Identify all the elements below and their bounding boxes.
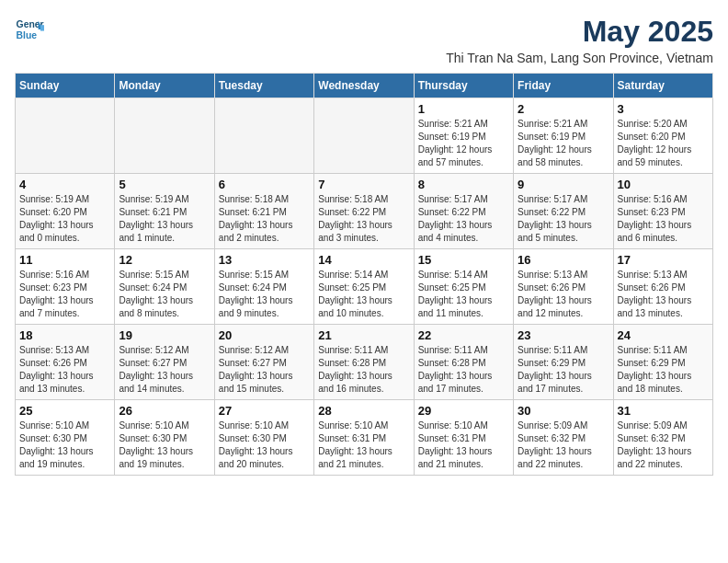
day-number: 12 (119, 253, 210, 267)
day-number: 22 (418, 328, 509, 342)
day-number: 24 (618, 328, 709, 342)
day-number: 10 (618, 178, 709, 191)
day-info: Sunrise: 5:10 AM Sunset: 6:30 PM Dayligh… (219, 419, 310, 471)
calendar-cell: 9Sunrise: 5:17 AM Sunset: 6:22 PM Daylig… (514, 174, 613, 249)
week-row-2: 4Sunrise: 5:19 AM Sunset: 6:20 PM Daylig… (16, 174, 713, 249)
day-info: Sunrise: 5:11 AM Sunset: 6:29 PM Dayligh… (618, 344, 709, 396)
weekday-header-thursday: Thursday (414, 74, 513, 98)
day-number: 5 (119, 178, 210, 191)
weekday-header-friday: Friday (514, 74, 613, 98)
calendar-cell: 16Sunrise: 5:13 AM Sunset: 6:26 PM Dayli… (514, 249, 613, 325)
calendar-cell: 20Sunrise: 5:12 AM Sunset: 6:27 PM Dayli… (214, 325, 313, 400)
day-number: 19 (119, 328, 210, 342)
calendar-cell: 21Sunrise: 5:11 AM Sunset: 6:28 PM Dayli… (314, 325, 414, 400)
day-number: 4 (19, 178, 110, 191)
week-row-1: 1Sunrise: 5:21 AM Sunset: 6:19 PM Daylig… (16, 98, 713, 174)
day-info: Sunrise: 5:14 AM Sunset: 6:25 PM Dayligh… (318, 269, 409, 320)
calendar-cell: 27Sunrise: 5:10 AM Sunset: 6:30 PM Dayli… (214, 400, 313, 476)
svg-text:Blue: Blue (17, 30, 38, 40)
calendar-cell: 15Sunrise: 5:14 AM Sunset: 6:25 PM Dayli… (414, 249, 513, 325)
weekday-header-tuesday: Tuesday (214, 74, 313, 98)
location: Thi Tran Na Sam, Lang Son Province, Viet… (446, 51, 713, 65)
calendar-cell: 12Sunrise: 5:15 AM Sunset: 6:24 PM Dayli… (115, 249, 214, 325)
calendar-cell: 8Sunrise: 5:17 AM Sunset: 6:22 PM Daylig… (414, 174, 513, 249)
calendar-cell: 29Sunrise: 5:10 AM Sunset: 6:31 PM Dayli… (414, 400, 513, 476)
day-number: 8 (418, 178, 509, 191)
day-info: Sunrise: 5:10 AM Sunset: 6:30 PM Dayligh… (119, 419, 210, 471)
day-info: Sunrise: 5:12 AM Sunset: 6:27 PM Dayligh… (119, 344, 210, 396)
day-info: Sunrise: 5:15 AM Sunset: 6:24 PM Dayligh… (119, 269, 210, 320)
day-number: 18 (19, 328, 110, 342)
day-info: Sunrise: 5:21 AM Sunset: 6:19 PM Dayligh… (518, 118, 609, 169)
day-number: 20 (219, 328, 310, 342)
day-number: 21 (318, 328, 409, 342)
day-number: 28 (318, 404, 409, 418)
calendar-cell (314, 98, 414, 174)
day-info: Sunrise: 5:10 AM Sunset: 6:31 PM Dayligh… (418, 419, 509, 471)
day-info: Sunrise: 5:20 AM Sunset: 6:20 PM Dayligh… (618, 118, 709, 169)
day-number: 17 (618, 253, 709, 267)
calendar-cell: 19Sunrise: 5:12 AM Sunset: 6:27 PM Dayli… (115, 325, 214, 400)
calendar-cell: 22Sunrise: 5:11 AM Sunset: 6:28 PM Dayli… (414, 325, 513, 400)
day-number: 2 (518, 102, 609, 116)
day-info: Sunrise: 5:19 AM Sunset: 6:21 PM Dayligh… (119, 193, 210, 245)
day-number: 23 (518, 328, 609, 342)
day-info: Sunrise: 5:17 AM Sunset: 6:22 PM Dayligh… (418, 193, 509, 245)
calendar-cell (16, 98, 115, 174)
calendar-cell: 7Sunrise: 5:18 AM Sunset: 6:22 PM Daylig… (314, 174, 414, 249)
day-info: Sunrise: 5:19 AM Sunset: 6:20 PM Dayligh… (19, 193, 110, 245)
day-number: 25 (19, 404, 110, 418)
calendar-cell: 28Sunrise: 5:10 AM Sunset: 6:31 PM Dayli… (314, 400, 414, 476)
day-number: 15 (418, 253, 509, 267)
calendar-cell: 30Sunrise: 5:09 AM Sunset: 6:32 PM Dayli… (514, 400, 613, 476)
day-number: 16 (518, 253, 609, 267)
day-info: Sunrise: 5:12 AM Sunset: 6:27 PM Dayligh… (219, 344, 310, 396)
day-info: Sunrise: 5:21 AM Sunset: 6:19 PM Dayligh… (418, 118, 509, 169)
page-header: General Blue May 2025 Thi Tran Na Sam, L… (15, 15, 713, 65)
weekday-header-saturday: Saturday (613, 74, 712, 98)
day-number: 29 (418, 404, 509, 418)
day-number: 30 (518, 404, 609, 418)
calendar-cell: 11Sunrise: 5:16 AM Sunset: 6:23 PM Dayli… (16, 249, 115, 325)
calendar-cell: 14Sunrise: 5:14 AM Sunset: 6:25 PM Dayli… (314, 249, 414, 325)
calendar-cell: 10Sunrise: 5:16 AM Sunset: 6:23 PM Dayli… (613, 174, 712, 249)
calendar-cell: 2Sunrise: 5:21 AM Sunset: 6:19 PM Daylig… (514, 98, 613, 174)
calendar-cell: 26Sunrise: 5:10 AM Sunset: 6:30 PM Dayli… (115, 400, 214, 476)
title-section: May 2025 Thi Tran Na Sam, Lang Son Provi… (446, 15, 713, 65)
calendar-cell: 3Sunrise: 5:20 AM Sunset: 6:20 PM Daylig… (613, 98, 712, 174)
calendar-cell: 18Sunrise: 5:13 AM Sunset: 6:26 PM Dayli… (16, 325, 115, 400)
day-info: Sunrise: 5:10 AM Sunset: 6:30 PM Dayligh… (19, 419, 110, 471)
day-number: 26 (119, 404, 210, 418)
day-number: 3 (618, 102, 709, 116)
calendar-table: SundayMondayTuesdayWednesdayThursdayFrid… (15, 73, 713, 476)
weekday-header-sunday: Sunday (16, 74, 115, 98)
calendar-cell (115, 98, 214, 174)
day-number: 27 (219, 404, 310, 418)
day-number: 1 (418, 102, 509, 116)
day-number: 11 (19, 253, 110, 267)
calendar-cell: 13Sunrise: 5:15 AM Sunset: 6:24 PM Dayli… (214, 249, 313, 325)
month-title: May 2025 (446, 15, 713, 49)
calendar-cell: 1Sunrise: 5:21 AM Sunset: 6:19 PM Daylig… (414, 98, 513, 174)
svg-marker-3 (40, 25, 44, 30)
day-number: 6 (219, 178, 310, 191)
calendar-cell (214, 98, 313, 174)
day-info: Sunrise: 5:16 AM Sunset: 6:23 PM Dayligh… (19, 269, 110, 320)
week-row-4: 18Sunrise: 5:13 AM Sunset: 6:26 PM Dayli… (16, 325, 713, 400)
day-info: Sunrise: 5:13 AM Sunset: 6:26 PM Dayligh… (618, 269, 709, 320)
day-info: Sunrise: 5:11 AM Sunset: 6:28 PM Dayligh… (418, 344, 509, 396)
day-number: 9 (518, 178, 609, 191)
weekday-header-row: SundayMondayTuesdayWednesdayThursdayFrid… (16, 74, 713, 98)
calendar-cell: 25Sunrise: 5:10 AM Sunset: 6:30 PM Dayli… (16, 400, 115, 476)
day-number: 14 (318, 253, 409, 267)
day-info: Sunrise: 5:17 AM Sunset: 6:22 PM Dayligh… (518, 193, 609, 245)
day-number: 13 (219, 253, 310, 267)
day-info: Sunrise: 5:09 AM Sunset: 6:32 PM Dayligh… (518, 419, 609, 471)
day-info: Sunrise: 5:18 AM Sunset: 6:21 PM Dayligh… (219, 193, 310, 245)
calendar-cell: 23Sunrise: 5:11 AM Sunset: 6:29 PM Dayli… (514, 325, 613, 400)
day-info: Sunrise: 5:11 AM Sunset: 6:29 PM Dayligh… (518, 344, 609, 396)
weekday-header-wednesday: Wednesday (314, 74, 414, 98)
day-info: Sunrise: 5:16 AM Sunset: 6:23 PM Dayligh… (618, 193, 709, 245)
week-row-3: 11Sunrise: 5:16 AM Sunset: 6:23 PM Dayli… (16, 249, 713, 325)
calendar-cell: 17Sunrise: 5:13 AM Sunset: 6:26 PM Dayli… (613, 249, 712, 325)
